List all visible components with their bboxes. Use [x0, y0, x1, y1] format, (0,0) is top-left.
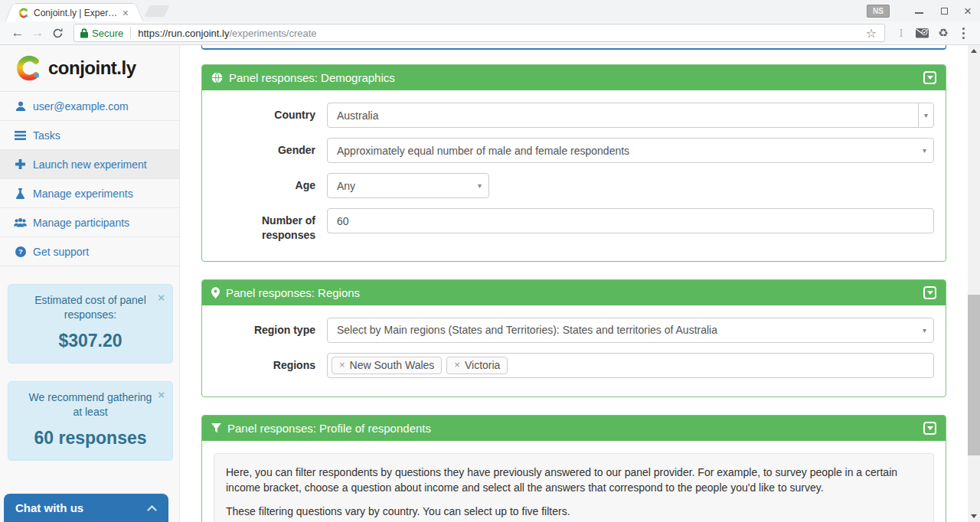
- form-row: Number of responses: [214, 208, 934, 243]
- vertical-scrollbar[interactable]: [968, 45, 980, 522]
- cost-box-text: Estimated cost of panel responses:: [25, 293, 155, 322]
- secure-lock-icon: [80, 28, 88, 38]
- url-divider: [130, 27, 131, 39]
- collapse-panel-icon[interactable]: [923, 422, 936, 435]
- logo-text: conjoint.ly: [48, 57, 136, 79]
- sidebar-item-launch-new-experiment[interactable]: Launch new experiment: [0, 150, 179, 179]
- new-tab-button[interactable]: [145, 5, 170, 17]
- forward-button[interactable]: →: [28, 25, 47, 41]
- estimated-cost-box: × Estimated cost of panel responses: $30…: [8, 284, 173, 364]
- question-circle-icon: ?: [14, 246, 27, 257]
- titlebar: Conjoint.ly | Experiment × NS ×: [0, 0, 980, 21]
- profile-badge[interactable]: NS: [867, 5, 890, 18]
- sidebar: conjoint.ly user@example.com Tasks Launc…: [0, 45, 180, 522]
- number-of-responses-label: Number of responses: [214, 208, 327, 243]
- collapse-panel-icon[interactable]: [923, 286, 936, 299]
- recommendation-text: We recommend gathering at least: [25, 390, 155, 419]
- plus-icon: [14, 159, 27, 169]
- panel-regions: Panel responses: Regions Region type Sel…: [201, 279, 946, 397]
- sidebar-item-label: user@example.com: [33, 100, 129, 113]
- main-content: Panel responses: Demographics Country Au…: [180, 45, 968, 522]
- envelope-icon: [916, 28, 929, 38]
- cost-amount: $307.20: [25, 329, 155, 353]
- panel-regions-body: Region type Select by Main regions (Stat…: [202, 305, 946, 396]
- sidebar-item-label: Manage participants: [33, 217, 129, 229]
- sidebar-item-get-support[interactable]: ? Get support: [0, 237, 179, 266]
- restore-button[interactable]: [931, 1, 956, 21]
- flask-icon: [14, 188, 27, 199]
- address-bar[interactable]: Secure https://run.conjoint.ly/experimen…: [74, 24, 885, 42]
- previous-panel-bottom-edge: [201, 45, 946, 50]
- region-type-select[interactable]: Select by Main regions (States and Terri…: [327, 318, 934, 343]
- chevron-up-icon: [147, 505, 157, 511]
- scroll-up-arrow[interactable]: [968, 45, 980, 57]
- panel-demographics-body: Country Australia ▾ Gender Approxi: [202, 90, 946, 261]
- country-value: Australia: [337, 109, 378, 122]
- browser-toolbar: ← → Secure https://run.conjoint.ly/exper…: [0, 21, 980, 45]
- sidebar-item-account[interactable]: user@example.com: [0, 92, 179, 121]
- sidebar-item-label: Get support: [33, 246, 89, 258]
- region-type-value: Select by Main regions (States and Terri…: [337, 324, 717, 336]
- age-select[interactable]: Any ▾: [327, 173, 489, 198]
- map-marker-icon: [211, 287, 220, 299]
- browser-window: Conjoint.ly | Experiment × NS × ← →: [0, 0, 980, 522]
- gender-value: Approximately equal number of male and f…: [337, 145, 629, 157]
- recommendation-box: × We recommend gathering at least 60 res…: [8, 381, 173, 461]
- extension-i-icon[interactable]: I: [891, 27, 911, 40]
- regions-multiselect[interactable]: ×New South Wales ×Victoria: [327, 353, 934, 378]
- tab-close-icon[interactable]: ×: [119, 7, 132, 19]
- panel-regions-header[interactable]: Panel responses: Regions: [202, 280, 946, 305]
- remove-tag-icon[interactable]: ×: [339, 359, 345, 370]
- filter-icon: [211, 423, 221, 433]
- number-of-responses-input[interactable]: [327, 208, 934, 233]
- window-controls: NS ×: [867, 0, 980, 21]
- age-value: Any: [337, 180, 355, 192]
- sidebar-item-label: Launch new experiment: [33, 158, 147, 171]
- form-row: Region type Select by Main regions (Stat…: [214, 318, 934, 343]
- form-row: Gender Approximately equal number of mal…: [214, 138, 934, 163]
- region-tag-label: New South Wales: [350, 359, 435, 371]
- browser-tab[interactable]: Conjoint.ly | Experiment ×: [14, 3, 135, 21]
- form-row: Regions ×New South Wales ×Victoria: [214, 353, 934, 378]
- panel-profile: Panel responses: Profile of respondents …: [201, 415, 946, 522]
- country-select[interactable]: Australia ▾: [327, 103, 934, 128]
- dismiss-cost-box-icon[interactable]: ×: [158, 290, 165, 305]
- conjointly-logo-icon: [15, 54, 43, 83]
- profile-help-well: Here, you can filter respondents by ques…: [214, 453, 934, 522]
- bookmark-star-icon[interactable]: ☆: [864, 26, 878, 41]
- gender-select[interactable]: Approximately equal number of male and f…: [327, 138, 934, 163]
- help-paragraph: Here, you can filter respondents by ques…: [226, 465, 922, 496]
- url-text[interactable]: https://run.conjoint.ly/experiments/crea…: [138, 28, 864, 39]
- country-label: Country: [214, 103, 327, 128]
- chat-with-us-button[interactable]: Chat with us: [4, 494, 168, 522]
- secure-label[interactable]: Secure: [92, 28, 123, 39]
- sidebar-item-manage-participants[interactable]: Manage participants: [0, 208, 179, 237]
- panel-demographics-header[interactable]: Panel responses: Demographics: [202, 65, 946, 90]
- restore-icon: [941, 8, 948, 15]
- sidebar-item-manage-experiments[interactable]: Manage experiments: [0, 179, 179, 208]
- url-host: https://run.conjoint.ly: [138, 28, 229, 39]
- scrollbar-thumb[interactable]: [968, 295, 980, 455]
- panel-profile-header[interactable]: Panel responses: Profile of respondents: [202, 416, 946, 441]
- region-tag: ×New South Wales: [332, 357, 442, 374]
- chevron-down-icon[interactable]: ▾: [918, 103, 933, 127]
- panel-profile-body: Here, you can filter respondents by ques…: [202, 441, 946, 522]
- close-button[interactable]: ×: [956, 1, 980, 21]
- reload-button[interactable]: [47, 28, 67, 39]
- scroll-down-arrow[interactable]: [968, 511, 980, 522]
- dismiss-recommendation-box-icon[interactable]: ×: [158, 387, 165, 403]
- age-label: Age: [214, 173, 327, 198]
- conjointly-logo[interactable]: conjoint.ly: [0, 45, 179, 92]
- tab-title: Conjoint.ly | Experiment: [34, 8, 119, 18]
- recycle-extension-icon[interactable]: ♻: [933, 26, 954, 40]
- mail-extension-button[interactable]: [911, 28, 933, 38]
- sidebar-item-tasks[interactable]: Tasks: [0, 121, 179, 150]
- chrome-menu-button[interactable]: [954, 26, 972, 40]
- back-button[interactable]: ←: [8, 25, 28, 41]
- minimize-button[interactable]: [906, 1, 931, 21]
- collapse-panel-icon[interactable]: [923, 71, 936, 84]
- remove-tag-icon[interactable]: ×: [454, 359, 460, 370]
- users-icon: [14, 217, 27, 227]
- user-icon: [14, 101, 27, 112]
- chevron-down-icon: ▾: [478, 181, 482, 190]
